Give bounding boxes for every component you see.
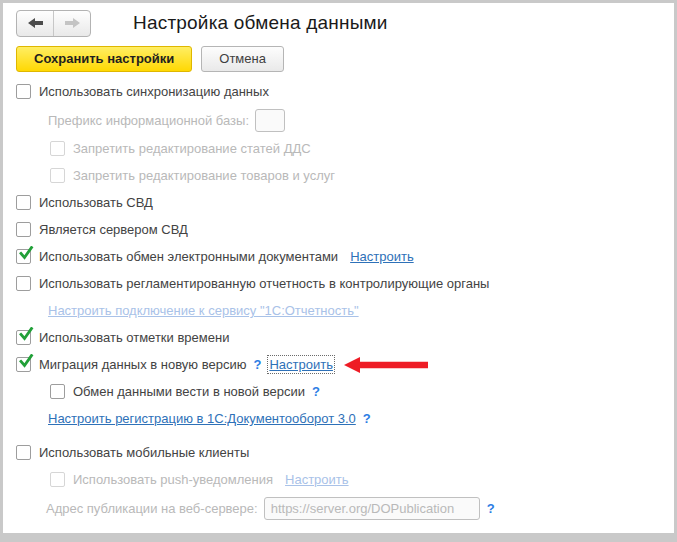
checkbox-forbid-dds-label: Запретить редактирование статей ДДС [73, 141, 311, 156]
row-svd-server: Является сервером СВД [16, 216, 674, 243]
row-do3-link: Настроить регистрацию в 1С:Документообор… [16, 405, 674, 432]
row-push: Использовать push-уведомления Настроить [16, 466, 674, 493]
forward-button [54, 11, 90, 36]
row-reports-link: Настроить подключение к сервису "1С:Отче… [16, 297, 674, 324]
toolbar: Сохранить настройки Отмена [16, 45, 674, 72]
checkbox-reports[interactable] [16, 276, 31, 291]
settings-window: Настройка обмена данными Сохранить настр… [0, 0, 677, 542]
checkbox-mobile[interactable] [16, 445, 31, 460]
row-reports: Использовать регламентированную отчетнос… [16, 270, 674, 297]
row-forbid-goods: Запретить редактирование товаров и услуг [16, 162, 674, 189]
push-configure-link: Настроить [285, 472, 349, 487]
row-prefix: Префикс информационной базы: [16, 105, 674, 135]
edi-configure-link[interactable]: Настроить [350, 249, 414, 264]
forward-arrow-icon [64, 17, 81, 29]
row-svd: Использовать СВД [16, 189, 674, 216]
row-forbid-dds: Запретить редактирование статей ДДС [16, 135, 674, 162]
new-version-help-icon[interactable]: ? [312, 384, 320, 399]
reports-service-link: Настроить подключение к сервису "1С:Отче… [48, 303, 359, 318]
checkbox-push-label: Использовать push-уведомления [73, 472, 273, 487]
checkbox-reports-label: Использовать регламентированную отчетнос… [39, 276, 489, 291]
checkbox-mobile-label: Использовать мобильные клиенты [39, 445, 249, 460]
check-icon [18, 327, 34, 342]
save-settings-button[interactable]: Сохранить настройки [16, 46, 192, 72]
checkbox-sync-label: Использовать синхронизацию данных [39, 84, 269, 99]
migration-help-icon[interactable]: ? [253, 357, 261, 372]
checkbox-forbid-goods [50, 168, 65, 183]
checkbox-edi[interactable] [16, 249, 31, 264]
checkbox-forbid-goods-label: Запретить редактирование товаров и услуг [73, 168, 335, 183]
prefix-input [255, 109, 285, 132]
nav-buttons [16, 10, 91, 37]
check-icon [18, 354, 34, 369]
back-arrow-icon [27, 17, 44, 29]
checkbox-forbid-dds [50, 141, 65, 156]
checkbox-svd-server[interactable] [16, 222, 31, 237]
address-help-icon[interactable]: ? [487, 501, 495, 516]
page-title: Настройка обмена данными [133, 12, 388, 34]
row-address: Адрес публикации на веб-сервере: ? [16, 493, 674, 523]
checkbox-timestamps[interactable] [16, 330, 31, 345]
back-button[interactable] [17, 11, 53, 36]
prefix-label: Префикс информационной базы: [48, 113, 249, 128]
row-sync: Использовать синхронизацию данных [16, 78, 674, 105]
row-migration: Миграция данных в новую версию ? Настрои… [16, 351, 674, 378]
header: Настройка обмена данными [16, 3, 674, 37]
checkbox-svd-server-label: Является сервером СВД [39, 222, 188, 237]
check-icon [18, 246, 34, 261]
do3-registration-link[interactable]: Настроить регистрацию в 1С:Документообор… [48, 411, 356, 426]
address-input [264, 497, 480, 520]
checkbox-migration[interactable] [16, 357, 31, 372]
row-mobile: Использовать мобильные клиенты [16, 439, 674, 466]
row-timestamps: Использовать отметки времени [16, 324, 674, 351]
checkbox-svd[interactable] [16, 195, 31, 210]
row-new-version: Обмен данными вести в новой версии ? [16, 378, 674, 405]
cancel-button[interactable]: Отмена [201, 46, 284, 72]
checkbox-svd-label: Использовать СВД [39, 195, 153, 210]
checkbox-timestamps-label: Использовать отметки времени [39, 330, 229, 345]
red-arrow-annotation-icon [343, 356, 429, 374]
row-edi: Использовать обмен электронными документ… [16, 243, 674, 270]
migration-configure-link[interactable]: Настроить [269, 357, 333, 372]
checkbox-sync[interactable] [16, 84, 31, 99]
address-label: Адрес публикации на веб-сервере: [46, 501, 258, 516]
do3-help-icon[interactable]: ? [363, 411, 371, 426]
checkbox-new-version-label: Обмен данными вести в новой версии [73, 384, 305, 399]
checkbox-migration-label: Миграция данных в новую версию [39, 357, 246, 372]
checkbox-new-version[interactable] [50, 384, 65, 399]
checkbox-push [50, 472, 65, 487]
checkbox-edi-label: Использовать обмен электронными документ… [39, 249, 338, 264]
